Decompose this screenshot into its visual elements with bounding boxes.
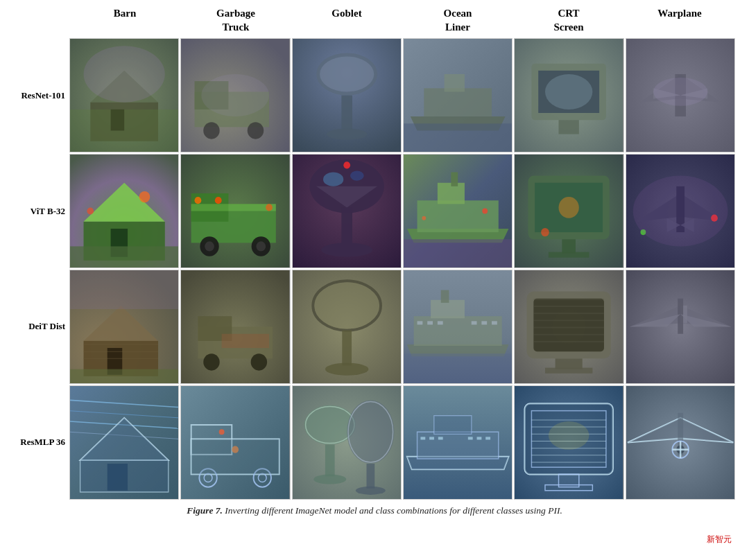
col-header-crt-screen: CRTScreen [513,7,624,37]
svg-rect-174 [468,437,473,439]
svg-rect-26 [559,120,579,134]
col-header-warplane: Warplane [624,7,735,37]
main-container: Barn GarbageTruck Goblet OceanLiner CRTS… [0,0,749,526]
svg-rect-121 [534,306,605,307]
svg-rect-158 [325,445,335,477]
svg-rect-144 [80,460,169,492]
cell-deit-goblet [292,270,402,384]
svg-point-12 [202,74,270,116]
svg-rect-56 [341,207,352,246]
svg-point-57 [321,243,372,256]
svg-point-16 [327,128,368,139]
image-row-resmlp [69,385,735,500]
cell-resnet-garbage-truck [180,38,290,152]
svg-rect-109 [441,290,449,303]
cell-resnet-goblet [292,38,402,152]
svg-rect-115 [492,321,497,324]
caption-text: Inverting different ImageNet model and c… [223,505,548,516]
image-grid [69,38,735,500]
svg-rect-97 [222,334,269,348]
row-label-resmlp: ResMLP 36 [14,385,69,500]
svg-rect-65 [451,172,458,186]
col-header-goblet: Goblet [291,7,402,37]
image-row-resnet [69,38,735,152]
svg-point-40 [87,207,94,214]
cell-resmlp-crt-screen [514,385,623,500]
svg-rect-125 [534,334,605,335]
cell-vit-warplane [626,154,735,268]
svg-rect-22 [404,123,512,152]
svg-rect-52 [191,204,276,211]
svg-rect-128 [545,368,592,374]
svg-rect-175 [477,437,482,439]
svg-rect-132 [678,299,683,334]
cell-resmlp-goblet [292,385,402,500]
svg-rect-107 [414,316,502,346]
cell-vit-ocean-liner [403,154,513,268]
svg-rect-41 [70,246,178,268]
row-labels: ResNet-101 ViT B-32 DeiT Dist ResMLP 36 [14,38,69,500]
cell-resnet-warplane [626,38,735,152]
svg-rect-170 [434,416,472,434]
svg-rect-120 [534,299,605,300]
cell-resmlp-barn [69,385,179,500]
svg-point-99 [251,353,267,370]
svg-rect-6 [70,110,178,152]
svg-point-11 [248,122,264,139]
svg-point-27 [545,74,592,110]
svg-rect-110 [417,321,423,324]
col-header-barn: Barn [69,7,180,37]
svg-rect-127 [556,358,583,369]
svg-point-49 [195,197,202,204]
cell-resnet-crt-screen [514,38,623,152]
caption-end: . [560,505,562,516]
svg-point-103 [325,362,369,375]
svg-rect-124 [534,327,605,329]
cell-resmlp-warplane [626,385,735,500]
svg-rect-172 [429,437,434,439]
svg-rect-173 [438,437,443,439]
svg-rect-73 [562,239,576,253]
svg-rect-113 [472,321,477,324]
svg-rect-20 [424,88,492,116]
svg-point-76 [541,228,549,236]
svg-rect-167 [417,432,499,459]
svg-point-39 [139,191,150,202]
svg-rect-123 [534,320,605,321]
cell-resmlp-ocean-liner [403,385,513,500]
svg-point-159 [313,474,346,484]
svg-rect-171 [420,437,425,439]
cell-resmlp-garbage-truck [180,385,290,500]
svg-point-84 [632,176,728,247]
cell-deit-garbage-truck [180,270,290,384]
svg-rect-116 [404,353,512,383]
svg-point-50 [215,197,222,204]
svg-point-10 [204,122,220,139]
svg-rect-114 [481,321,487,324]
svg-point-48 [257,241,266,251]
cell-resnet-barn [69,38,179,152]
svg-rect-92 [70,369,178,383]
svg-point-98 [204,353,220,370]
svg-rect-102 [342,331,352,366]
svg-rect-63 [417,200,499,232]
column-headers: Barn GarbageTruck Goblet OceanLiner CRTS… [69,7,735,37]
svg-point-17 [320,56,374,91]
cell-deit-barn [69,270,179,384]
svg-rect-15 [341,96,352,131]
watermark: 新智元 [702,532,737,548]
cell-resnet-ocean-liner [403,38,513,152]
image-row-deit [69,270,735,384]
svg-rect-176 [485,437,490,439]
row-label-vit: ViT B-32 [14,154,69,270]
cell-vit-crt-screen [514,154,623,268]
svg-rect-93 [70,270,178,309]
svg-point-104 [314,282,379,329]
svg-point-67 [482,208,488,213]
grid-area: ResNet-101 ViT B-32 DeiT Dist ResMLP 36 [14,38,735,500]
row-label-resnet: ResNet-101 [14,38,69,154]
svg-point-68 [422,216,426,220]
cell-deit-warplane [626,270,735,384]
svg-point-153 [219,429,225,435]
svg-rect-74 [549,252,589,258]
